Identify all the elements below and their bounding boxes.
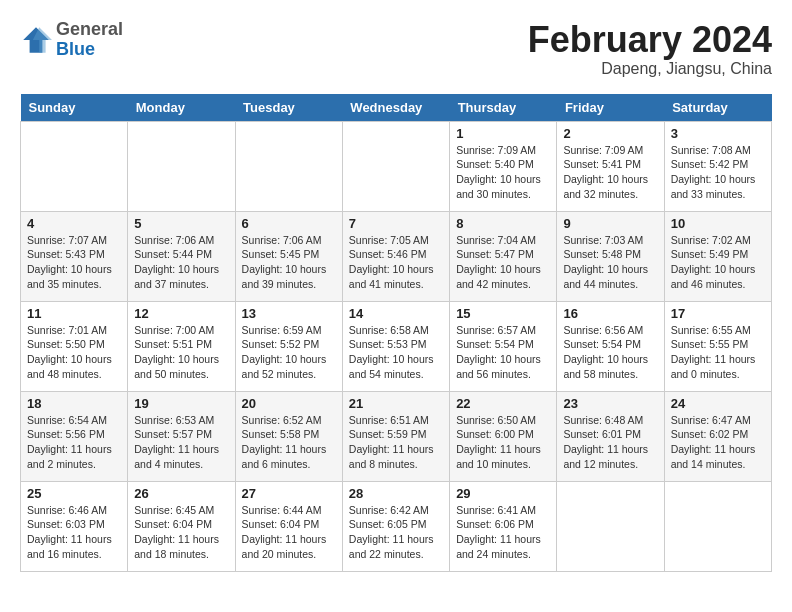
- calendar-cell: 24Sunrise: 6:47 AM Sunset: 6:02 PM Dayli…: [664, 391, 771, 481]
- day-number: 20: [242, 396, 336, 411]
- day-number: 12: [134, 306, 228, 321]
- calendar-cell: [128, 121, 235, 211]
- calendar-cell: [342, 121, 449, 211]
- day-info: Sunrise: 6:51 AM Sunset: 5:59 PM Dayligh…: [349, 413, 443, 472]
- calendar-table: SundayMondayTuesdayWednesdayThursdayFrid…: [20, 94, 772, 572]
- day-number: 1: [456, 126, 550, 141]
- location-title: Dapeng, Jiangsu, China: [528, 60, 772, 78]
- day-info: Sunrise: 7:06 AM Sunset: 5:45 PM Dayligh…: [242, 233, 336, 292]
- calendar-cell: 20Sunrise: 6:52 AM Sunset: 5:58 PM Dayli…: [235, 391, 342, 481]
- day-number: 24: [671, 396, 765, 411]
- calendar-cell: 6Sunrise: 7:06 AM Sunset: 5:45 PM Daylig…: [235, 211, 342, 301]
- day-number: 5: [134, 216, 228, 231]
- day-number: 19: [134, 396, 228, 411]
- day-number: 10: [671, 216, 765, 231]
- calendar-cell: 23Sunrise: 6:48 AM Sunset: 6:01 PM Dayli…: [557, 391, 664, 481]
- day-info: Sunrise: 7:06 AM Sunset: 5:44 PM Dayligh…: [134, 233, 228, 292]
- calendar-cell: 9Sunrise: 7:03 AM Sunset: 5:48 PM Daylig…: [557, 211, 664, 301]
- day-number: 29: [456, 486, 550, 501]
- calendar-cell: [557, 481, 664, 571]
- calendar-week-row: 1Sunrise: 7:09 AM Sunset: 5:40 PM Daylig…: [21, 121, 772, 211]
- logo: General Blue: [20, 20, 123, 60]
- day-info: Sunrise: 7:04 AM Sunset: 5:47 PM Dayligh…: [456, 233, 550, 292]
- day-number: 3: [671, 126, 765, 141]
- calendar-cell: 5Sunrise: 7:06 AM Sunset: 5:44 PM Daylig…: [128, 211, 235, 301]
- day-info: Sunrise: 6:44 AM Sunset: 6:04 PM Dayligh…: [242, 503, 336, 562]
- weekday-header: Thursday: [450, 94, 557, 122]
- day-info: Sunrise: 7:00 AM Sunset: 5:51 PM Dayligh…: [134, 323, 228, 382]
- day-number: 16: [563, 306, 657, 321]
- calendar-cell: 16Sunrise: 6:56 AM Sunset: 5:54 PM Dayli…: [557, 301, 664, 391]
- day-info: Sunrise: 6:45 AM Sunset: 6:04 PM Dayligh…: [134, 503, 228, 562]
- calendar-cell: 22Sunrise: 6:50 AM Sunset: 6:00 PM Dayli…: [450, 391, 557, 481]
- day-number: 6: [242, 216, 336, 231]
- day-info: Sunrise: 6:50 AM Sunset: 6:00 PM Dayligh…: [456, 413, 550, 472]
- weekday-header: Saturday: [664, 94, 771, 122]
- calendar-cell: 1Sunrise: 7:09 AM Sunset: 5:40 PM Daylig…: [450, 121, 557, 211]
- day-number: 2: [563, 126, 657, 141]
- day-info: Sunrise: 7:01 AM Sunset: 5:50 PM Dayligh…: [27, 323, 121, 382]
- calendar-cell: 10Sunrise: 7:02 AM Sunset: 5:49 PM Dayli…: [664, 211, 771, 301]
- calendar-cell: 29Sunrise: 6:41 AM Sunset: 6:06 PM Dayli…: [450, 481, 557, 571]
- day-number: 14: [349, 306, 443, 321]
- calendar-cell: 21Sunrise: 6:51 AM Sunset: 5:59 PM Dayli…: [342, 391, 449, 481]
- day-number: 15: [456, 306, 550, 321]
- day-number: 7: [349, 216, 443, 231]
- day-number: 11: [27, 306, 121, 321]
- day-info: Sunrise: 6:55 AM Sunset: 5:55 PM Dayligh…: [671, 323, 765, 382]
- day-info: Sunrise: 6:52 AM Sunset: 5:58 PM Dayligh…: [242, 413, 336, 472]
- day-info: Sunrise: 7:07 AM Sunset: 5:43 PM Dayligh…: [27, 233, 121, 292]
- day-info: Sunrise: 6:48 AM Sunset: 6:01 PM Dayligh…: [563, 413, 657, 472]
- day-info: Sunrise: 6:41 AM Sunset: 6:06 PM Dayligh…: [456, 503, 550, 562]
- day-number: 26: [134, 486, 228, 501]
- calendar-cell: 3Sunrise: 7:08 AM Sunset: 5:42 PM Daylig…: [664, 121, 771, 211]
- weekday-header: Tuesday: [235, 94, 342, 122]
- logo-icon: [20, 24, 52, 56]
- month-title: February 2024: [528, 20, 772, 60]
- day-info: Sunrise: 7:05 AM Sunset: 5:46 PM Dayligh…: [349, 233, 443, 292]
- calendar-cell: 7Sunrise: 7:05 AM Sunset: 5:46 PM Daylig…: [342, 211, 449, 301]
- calendar-cell: 12Sunrise: 7:00 AM Sunset: 5:51 PM Dayli…: [128, 301, 235, 391]
- calendar-week-row: 4Sunrise: 7:07 AM Sunset: 5:43 PM Daylig…: [21, 211, 772, 301]
- calendar-cell: [21, 121, 128, 211]
- day-number: 17: [671, 306, 765, 321]
- calendar-week-row: 25Sunrise: 6:46 AM Sunset: 6:03 PM Dayli…: [21, 481, 772, 571]
- day-info: Sunrise: 6:53 AM Sunset: 5:57 PM Dayligh…: [134, 413, 228, 472]
- day-info: Sunrise: 7:02 AM Sunset: 5:49 PM Dayligh…: [671, 233, 765, 292]
- calendar-cell: 19Sunrise: 6:53 AM Sunset: 5:57 PM Dayli…: [128, 391, 235, 481]
- day-info: Sunrise: 6:47 AM Sunset: 6:02 PM Dayligh…: [671, 413, 765, 472]
- day-number: 13: [242, 306, 336, 321]
- calendar-week-row: 18Sunrise: 6:54 AM Sunset: 5:56 PM Dayli…: [21, 391, 772, 481]
- day-number: 18: [27, 396, 121, 411]
- day-number: 9: [563, 216, 657, 231]
- day-number: 23: [563, 396, 657, 411]
- day-info: Sunrise: 7:09 AM Sunset: 5:41 PM Dayligh…: [563, 143, 657, 202]
- day-info: Sunrise: 6:59 AM Sunset: 5:52 PM Dayligh…: [242, 323, 336, 382]
- day-info: Sunrise: 6:57 AM Sunset: 5:54 PM Dayligh…: [456, 323, 550, 382]
- page-header: General Blue February 2024 Dapeng, Jiang…: [20, 20, 772, 78]
- calendar-cell: 28Sunrise: 6:42 AM Sunset: 6:05 PM Dayli…: [342, 481, 449, 571]
- day-info: Sunrise: 6:58 AM Sunset: 5:53 PM Dayligh…: [349, 323, 443, 382]
- weekday-header: Friday: [557, 94, 664, 122]
- weekday-header: Sunday: [21, 94, 128, 122]
- calendar-cell: 8Sunrise: 7:04 AM Sunset: 5:47 PM Daylig…: [450, 211, 557, 301]
- day-number: 25: [27, 486, 121, 501]
- calendar-cell: [235, 121, 342, 211]
- calendar-cell: 18Sunrise: 6:54 AM Sunset: 5:56 PM Dayli…: [21, 391, 128, 481]
- calendar-cell: 4Sunrise: 7:07 AM Sunset: 5:43 PM Daylig…: [21, 211, 128, 301]
- calendar-cell: 17Sunrise: 6:55 AM Sunset: 5:55 PM Dayli…: [664, 301, 771, 391]
- weekday-header: Wednesday: [342, 94, 449, 122]
- day-number: 21: [349, 396, 443, 411]
- day-info: Sunrise: 7:09 AM Sunset: 5:40 PM Dayligh…: [456, 143, 550, 202]
- calendar-cell: 14Sunrise: 6:58 AM Sunset: 5:53 PM Dayli…: [342, 301, 449, 391]
- weekday-header: Monday: [128, 94, 235, 122]
- day-info: Sunrise: 7:08 AM Sunset: 5:42 PM Dayligh…: [671, 143, 765, 202]
- calendar-cell: 11Sunrise: 7:01 AM Sunset: 5:50 PM Dayli…: [21, 301, 128, 391]
- day-number: 4: [27, 216, 121, 231]
- day-number: 8: [456, 216, 550, 231]
- calendar-cell: 27Sunrise: 6:44 AM Sunset: 6:04 PM Dayli…: [235, 481, 342, 571]
- calendar-cell: [664, 481, 771, 571]
- day-number: 28: [349, 486, 443, 501]
- day-number: 22: [456, 396, 550, 411]
- calendar-cell: 26Sunrise: 6:45 AM Sunset: 6:04 PM Dayli…: [128, 481, 235, 571]
